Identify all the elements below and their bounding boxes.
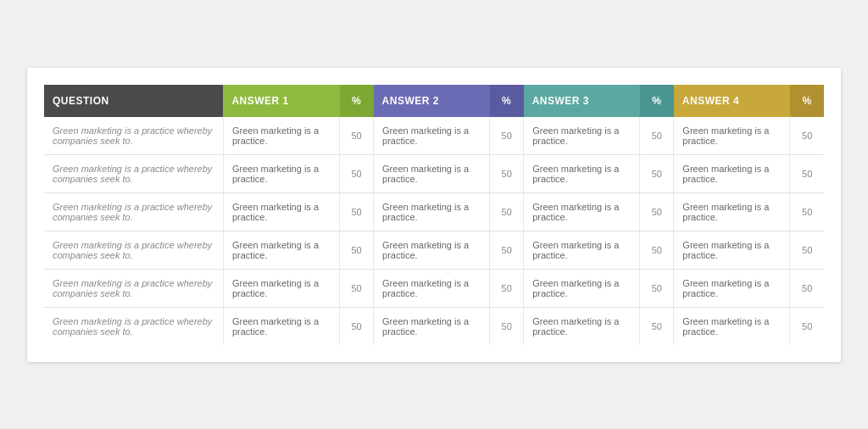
pct3-cell: 50 — [640, 307, 674, 345]
question-cell: Green marketing is a practice whereby co… — [44, 192, 223, 231]
answer1-cell: Green marketing is a practice. — [223, 192, 339, 231]
pct2-cell: 50 — [490, 117, 524, 155]
pct1-cell: 50 — [340, 269, 374, 307]
header-answer1: ANSWER 1 — [223, 85, 339, 117]
question-cell: Green marketing is a practice whereby co… — [44, 307, 223, 345]
header-pct1: % — [340, 85, 374, 117]
header-answer4: ANSWER 4 — [674, 85, 790, 117]
quiz-table: QUESTION ANSWER 1 % ANSWER 2 % ANSWER 3 … — [44, 85, 824, 345]
answer1-cell: Green marketing is a practice. — [223, 117, 339, 155]
pct2-cell: 50 — [490, 154, 524, 192]
answer2-cell: Green marketing is a practice. — [374, 231, 490, 269]
answer1-cell: Green marketing is a practice. — [223, 269, 339, 307]
answer1-cell: Green marketing is a practice. — [223, 231, 339, 269]
header-pct4: % — [790, 85, 824, 117]
pct3-cell: 50 — [640, 231, 674, 269]
question-cell: Green marketing is a practice whereby co… — [44, 231, 223, 269]
answer3-cell: Green marketing is a practice. — [524, 269, 640, 307]
header-pct3: % — [640, 85, 674, 117]
pct3-cell: 50 — [640, 117, 674, 155]
pct4-cell: 50 — [790, 192, 824, 231]
question-cell: Green marketing is a practice whereby co… — [44, 117, 223, 155]
answer3-cell: Green marketing is a practice. — [524, 231, 640, 269]
answer3-cell: Green marketing is a practice. — [524, 307, 640, 345]
header-answer3: ANSWER 3 — [524, 85, 640, 117]
pct4-cell: 50 — [790, 307, 824, 345]
answer4-cell: Green marketing is a practice. — [674, 307, 790, 345]
answer2-cell: Green marketing is a practice. — [374, 307, 490, 345]
pct4-cell: 50 — [790, 269, 824, 307]
pct3-cell: 50 — [640, 154, 674, 192]
answer3-cell: Green marketing is a practice. — [524, 192, 640, 231]
pct3-cell: 50 — [640, 192, 674, 231]
table-row: Green marketing is a practice whereby co… — [44, 117, 824, 155]
answer3-cell: Green marketing is a practice. — [524, 154, 640, 192]
answer4-cell: Green marketing is a practice. — [674, 269, 790, 307]
table-row: Green marketing is a practice whereby co… — [44, 307, 824, 345]
pct4-cell: 50 — [790, 117, 824, 155]
answer1-cell: Green marketing is a practice. — [223, 307, 339, 345]
pct2-cell: 50 — [490, 269, 524, 307]
answer4-cell: Green marketing is a practice. — [674, 154, 790, 192]
answer4-cell: Green marketing is a practice. — [674, 117, 790, 155]
answer3-cell: Green marketing is a practice. — [524, 117, 640, 155]
answer4-cell: Green marketing is a practice. — [674, 192, 790, 231]
question-cell: Green marketing is a practice whereby co… — [44, 154, 223, 192]
header-pct2: % — [490, 85, 524, 117]
pct4-cell: 50 — [790, 231, 824, 269]
answer4-cell: Green marketing is a practice. — [674, 231, 790, 269]
answer2-cell: Green marketing is a practice. — [374, 154, 490, 192]
header-answer2: ANSWER 2 — [374, 85, 490, 117]
table-wrapper: QUESTION ANSWER 1 % ANSWER 2 % ANSWER 3 … — [27, 68, 841, 362]
table-row: Green marketing is a practice whereby co… — [44, 154, 824, 192]
pct1-cell: 50 — [340, 117, 374, 155]
pct1-cell: 50 — [340, 192, 374, 231]
pct1-cell: 50 — [340, 231, 374, 269]
table-row: Green marketing is a practice whereby co… — [44, 269, 824, 307]
answer2-cell: Green marketing is a practice. — [374, 269, 490, 307]
table-header-row: QUESTION ANSWER 1 % ANSWER 2 % ANSWER 3 … — [44, 85, 824, 117]
pct2-cell: 50 — [490, 307, 524, 345]
pct4-cell: 50 — [790, 154, 824, 192]
pct1-cell: 50 — [340, 154, 374, 192]
pct3-cell: 50 — [640, 269, 674, 307]
header-question: QUESTION — [44, 85, 223, 117]
table-row: Green marketing is a practice whereby co… — [44, 231, 824, 269]
pct2-cell: 50 — [490, 192, 524, 231]
table-row: Green marketing is a practice whereby co… — [44, 192, 824, 231]
answer2-cell: Green marketing is a practice. — [374, 192, 490, 231]
answer2-cell: Green marketing is a practice. — [374, 117, 490, 155]
answer1-cell: Green marketing is a practice. — [223, 154, 339, 192]
pct2-cell: 50 — [490, 231, 524, 269]
pct1-cell: 50 — [340, 307, 374, 345]
question-cell: Green marketing is a practice whereby co… — [44, 269, 223, 307]
